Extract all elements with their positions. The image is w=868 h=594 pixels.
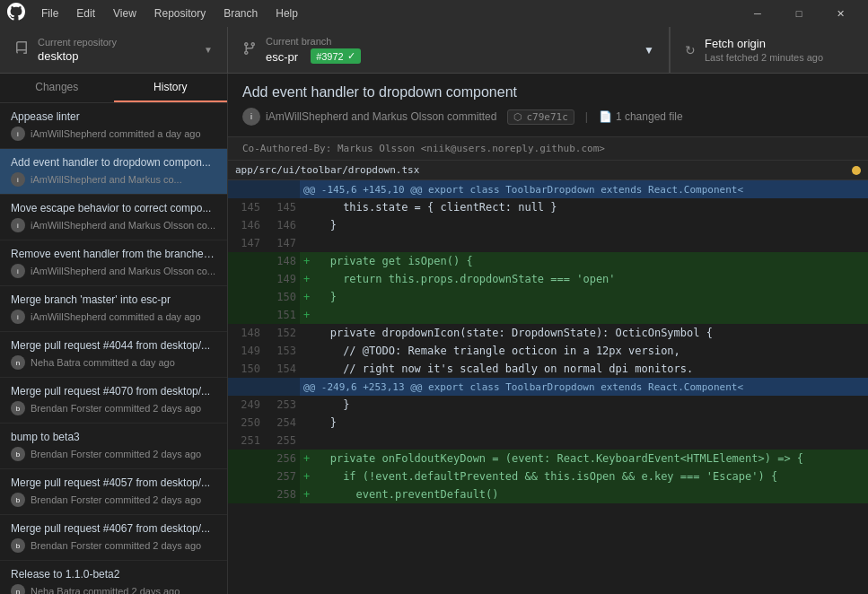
diff-hunk: @@ -249,6 +253,13 @@ export class Toolba…	[228, 378, 868, 396]
hunk-header: @@ -145,6 +145,10 @@ export class Toolba…	[300, 180, 868, 198]
sha-value: c79e71c	[526, 111, 567, 123]
commit-item[interactable]: Merge branch 'master' into esc-pr i iAmW…	[0, 286, 227, 332]
commit-avatar: i	[11, 172, 25, 187]
commit-author-text: Brendan Forster committed 2 days ago	[31, 540, 201, 551]
line-prefix	[300, 324, 313, 342]
repo-icon	[14, 41, 29, 59]
line-code: event.preventDefault()	[313, 485, 868, 503]
pr-check-icon: ✓	[347, 50, 355, 62]
commit-list[interactable]: Appease linter i iAmWillShepherd committ…	[0, 103, 227, 594]
commit-author-text: Brendan Forster committed 2 days ago	[31, 403, 201, 414]
commit-item[interactable]: Merge pull request #4070 from desktop/..…	[0, 378, 227, 424]
commit-author-text: iAmWillShepherd committed a day ago	[31, 311, 201, 322]
commit-item[interactable]: Merge pull request #4067 from desktop/..…	[0, 515, 227, 561]
commit-item[interactable]: Merge pull request #4044 from desktop/..…	[0, 332, 227, 378]
line-prefix: +	[300, 306, 313, 324]
menu-repository[interactable]: Repository	[145, 0, 215, 27]
commit-item-meta: n Neha Batra committed a day ago	[11, 355, 216, 370]
branch-wrapper: Current branch esc-pr #3972 ✓ ▼	[228, 27, 671, 73]
commit-item[interactable]: Release to 1.1.0-beta2 n Neha Batra comm…	[0, 561, 227, 594]
line-code	[313, 432, 868, 450]
main-layout: Changes History Appease linter i iAmWill…	[0, 74, 868, 594]
branch-info: Current branch esc-pr #3972 ✓	[266, 36, 361, 64]
line-num-old	[228, 467, 264, 485]
meta-separator: |	[585, 110, 588, 123]
commit-avatar: n	[11, 584, 25, 594]
diff-hunk: @@ -145,6 +145,10 @@ export class Toolba…	[228, 180, 868, 198]
fetch-title: Fetch origin	[705, 37, 823, 50]
current-repo-section[interactable]: Current repository desktop ▼	[0, 27, 228, 73]
changed-files-count: 1 changed file	[616, 110, 683, 123]
window-controls: ─ □ ✕	[737, 0, 861, 27]
menu-view[interactable]: View	[104, 0, 145, 27]
diff-line: 249 253 }	[228, 396, 868, 414]
menu-branch[interactable]: Branch	[215, 0, 267, 27]
line-num-old: 145	[228, 198, 264, 216]
fetch-subtitle: Last fetched 2 minutes ago	[705, 52, 823, 63]
line-num-new: 151	[264, 306, 300, 324]
line-prefix	[300, 198, 313, 216]
commit-item[interactable]: Merge pull request #4057 from desktop/..…	[0, 469, 227, 515]
line-code	[313, 306, 868, 324]
commit-item-title: Appease linter	[11, 110, 216, 123]
commit-authors: i iAmWillShepherd and Markus Olsson comm…	[242, 108, 496, 126]
line-num-new: 153	[264, 342, 300, 360]
commit-authors-text: iAmWillShepherd and Markus Olsson commit…	[266, 110, 496, 123]
commit-item-meta: b Brendan Forster committed 2 days ago	[11, 538, 216, 553]
line-num-new: 145	[264, 198, 300, 216]
commit-item-title: Merge branch 'master' into esc-pr	[11, 293, 216, 306]
branch-dropdown-arrow-icon: ▼	[644, 44, 654, 57]
commit-item-title: Merge pull request #4044 from desktop/..…	[11, 339, 216, 352]
menu-help[interactable]: Help	[267, 0, 307, 27]
commit-item[interactable]: bump to beta3 b Brendan Forster committe…	[0, 424, 227, 469]
line-num-old: 146	[228, 216, 264, 234]
maximize-button[interactable]: □	[778, 0, 820, 27]
line-num-new: 154	[264, 360, 300, 378]
commit-author-text: iAmWillShepherd committed a day ago	[31, 128, 201, 139]
line-num-old: 150	[228, 360, 264, 378]
line-num-new: 149	[264, 270, 300, 288]
current-branch-section[interactable]: Current branch esc-pr #3972 ✓ ▼	[228, 27, 670, 73]
commit-item[interactable]: Remove event handler from the branches..…	[0, 240, 227, 286]
close-button[interactable]: ✕	[820, 0, 861, 27]
commit-item[interactable]: Move escape behavior to correct compo...…	[0, 195, 227, 240]
diff-line: 149 + return this.props.dropdownState ==…	[228, 270, 868, 288]
diff-line: 145 145 this.state = { clientRect: null …	[228, 198, 868, 216]
commit-avatar: i	[11, 127, 25, 141]
menu-edit[interactable]: Edit	[67, 0, 104, 27]
diff-line: 250 254 }	[228, 414, 868, 432]
current-branch-label: Current branch	[266, 36, 361, 47]
commit-item[interactable]: Appease linter i iAmWillShepherd committ…	[0, 103, 227, 149]
commit-avatar: i	[11, 310, 25, 324]
line-num-old: 147	[228, 234, 264, 252]
commit-item-meta: n Neha Batra committed 2 days ago	[11, 584, 216, 594]
commit-author-text: iAmWillShepherd and Markus Olsson co...	[31, 220, 215, 231]
fetch-icon: ↻	[685, 43, 696, 57]
line-prefix	[300, 414, 313, 432]
line-num-new: 253	[264, 396, 300, 414]
file-icon: 📄	[599, 110, 612, 123]
commit-item-meta: b Brendan Forster committed 2 days ago	[11, 401, 216, 415]
tab-history[interactable]: History	[114, 74, 228, 102]
pr-badge: #3972 ✓	[311, 48, 361, 64]
commit-meta: i iAmWillShepherd and Markus Olsson comm…	[242, 108, 854, 126]
diff-area[interactable]: app/src/ui/toolbar/dropdown.tsx @@ -145,…	[228, 161, 868, 594]
commit-author-text: Brendan Forster committed 2 days ago	[31, 494, 201, 505]
diff-line: 251 255	[228, 432, 868, 450]
line-num-old	[228, 306, 264, 324]
fetch-origin-section[interactable]: ↻ Fetch origin Last fetched 2 minutes ag…	[671, 27, 868, 73]
commit-avatar: b	[11, 401, 25, 415]
line-code: this.state = { clientRect: null }	[313, 198, 868, 216]
commit-item[interactable]: Add event handler to dropdown compon... …	[0, 149, 227, 195]
diff-file-path: app/src/ui/toolbar/dropdown.tsx	[235, 164, 846, 176]
line-num-new: 258	[264, 485, 300, 503]
line-num-old: 148	[228, 324, 264, 342]
commit-detail-header: Add event handler to dropdown component …	[228, 74, 868, 137]
minimize-button[interactable]: ─	[737, 0, 778, 27]
commit-item-title: Release to 1.1.0-beta2	[11, 568, 216, 581]
tab-changes[interactable]: Changes	[0, 74, 114, 102]
titlebar: File Edit View Repository Branch Help ─ …	[0, 0, 868, 27]
menu-file[interactable]: File	[32, 0, 67, 27]
line-prefix	[300, 216, 313, 234]
diff-file-header: app/src/ui/toolbar/dropdown.tsx	[228, 161, 868, 180]
